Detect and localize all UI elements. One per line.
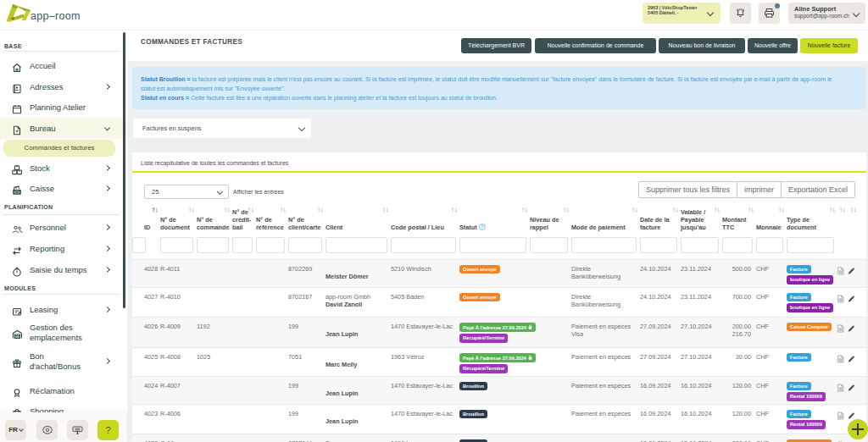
svg-text:?: ? xyxy=(481,224,483,229)
